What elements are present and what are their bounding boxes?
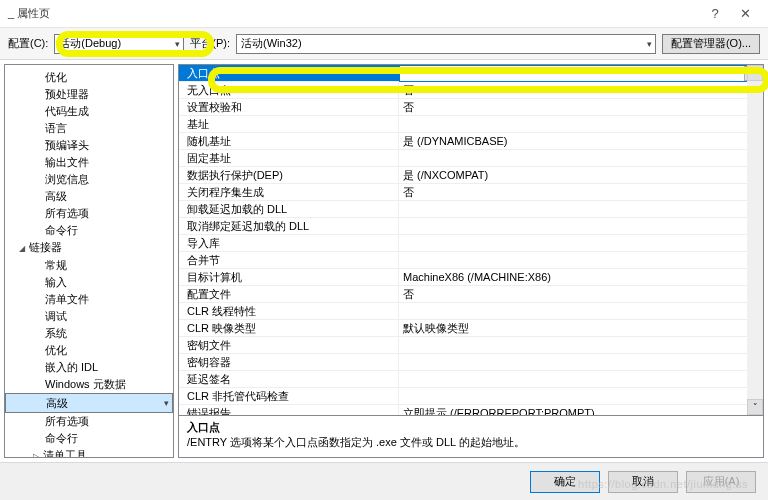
prop-value[interactable] — [399, 371, 763, 387]
scroll-down-icon[interactable]: ˅ — [747, 399, 763, 415]
property-row[interactable]: 关闭程序集生成否 — [179, 184, 763, 201]
prop-key: 入口点 — [179, 65, 399, 81]
prop-key: 目标计算机 — [179, 269, 399, 285]
prop-key: 合并节 — [179, 252, 399, 268]
property-row[interactable]: CLR 线程特性 — [179, 303, 763, 320]
tree-item[interactable]: 高级 — [5, 188, 173, 205]
prop-value[interactable]: MachineX86 (/MACHINE:X86) — [399, 269, 763, 285]
prop-value[interactable]: 否 — [399, 184, 763, 200]
property-page-window: _ 属性页 ? ✕ 配置(C): 活动(Debug) 平台(P): 活动(Win… — [0, 0, 768, 500]
close-button[interactable]: ✕ — [730, 6, 760, 21]
watermark: https://blog.csdn.net/jiuniang.ss — [578, 478, 748, 490]
property-row[interactable]: 固定基址 — [179, 150, 763, 167]
window-title: _ 属性页 — [8, 6, 700, 21]
desc-text: /ENTRY 选项将某个入口点函数指定为 .exe 文件或 DLL 的起始地址。 — [187, 436, 525, 448]
prop-value[interactable] — [399, 337, 763, 353]
tree-item[interactable]: 输出文件 — [5, 154, 173, 171]
tree-item[interactable]: 调试 — [5, 308, 173, 325]
tree-item[interactable]: 所有选项 — [5, 413, 173, 430]
prop-value[interactable]: 否 — [399, 99, 763, 115]
tree-item[interactable]: 浏览信息 — [5, 171, 173, 188]
tree-item[interactable]: 输入 — [5, 274, 173, 291]
prop-key: CLR 线程特性 — [179, 303, 399, 319]
prop-key: CLR 非托管代码检查 — [179, 388, 399, 404]
prop-key: 密钥容器 — [179, 354, 399, 370]
tree-item[interactable]: 系统 — [5, 325, 173, 342]
property-row[interactable]: CLR 非托管代码检查 — [179, 388, 763, 405]
prop-value[interactable] — [399, 150, 763, 166]
property-row[interactable]: 卸载延迟加载的 DLL — [179, 201, 763, 218]
property-row[interactable]: 合并节 — [179, 252, 763, 269]
platform-label: 平台(P): — [190, 36, 230, 51]
prop-value[interactable] — [399, 303, 763, 319]
property-row[interactable]: 配置文件否 — [179, 286, 763, 303]
help-button[interactable]: ? — [700, 6, 730, 21]
prop-key: 无入口点 — [179, 82, 399, 98]
tree-item[interactable]: 语言 — [5, 120, 173, 137]
prop-value[interactable]: 立即提示 (/ERRORREPORT:PROMPT) — [399, 405, 763, 416]
prop-key: 导入库 — [179, 235, 399, 251]
tree-item[interactable]: 优化 — [5, 342, 173, 359]
prop-value[interactable] — [399, 388, 763, 404]
platform-dropdown[interactable]: 活动(Win32) — [236, 34, 656, 54]
config-dropdown[interactable]: 活动(Debug) — [54, 34, 184, 54]
config-manager-button[interactable]: 配置管理器(O)... — [662, 34, 760, 54]
right-pane: 入口点无入口点否设置校验和否基址随机基址是 (/DYNAMICBASE)固定基址… — [178, 64, 764, 458]
prop-value[interactable] — [399, 65, 763, 82]
prop-value[interactable]: 是 (/NXCOMPAT) — [399, 167, 763, 183]
tree-item-manifest[interactable]: 清单工具 — [5, 447, 173, 458]
prop-value[interactable] — [399, 116, 763, 132]
property-row[interactable]: 入口点 — [179, 65, 763, 82]
tree-item[interactable]: 所有选项 — [5, 205, 173, 222]
prop-key: 配置文件 — [179, 286, 399, 302]
property-row[interactable]: 密钥文件 — [179, 337, 763, 354]
tree-item[interactable]: 命令行 — [5, 430, 173, 447]
config-label: 配置(C): — [8, 36, 48, 51]
prop-value[interactable]: 否 — [399, 82, 763, 98]
property-row[interactable]: 导入库 — [179, 235, 763, 252]
tree-item[interactable]: 预处理器 — [5, 86, 173, 103]
prop-value[interactable]: 默认映像类型 — [399, 320, 763, 336]
description-box: 入口点 /ENTRY 选项将某个入口点函数指定为 .exe 文件或 DLL 的起… — [178, 416, 764, 458]
scroll-up-icon[interactable]: ˄ — [747, 65, 763, 81]
property-row[interactable]: 错误报告立即提示 (/ERRORREPORT:PROMPT) — [179, 405, 763, 416]
property-row[interactable]: 取消绑定延迟加载的 DLL — [179, 218, 763, 235]
prop-value[interactable] — [399, 235, 763, 251]
prop-key: 固定基址 — [179, 150, 399, 166]
tree-item[interactable]: 代码生成 — [5, 103, 173, 120]
prop-key: 延迟签名 — [179, 371, 399, 387]
prop-value[interactable] — [399, 354, 763, 370]
tree-item[interactable]: 预编译头 — [5, 137, 173, 154]
tree-item[interactable]: Windows 元数据 — [5, 376, 173, 393]
property-row[interactable]: 数据执行保护(DEP)是 (/NXCOMPAT) — [179, 167, 763, 184]
property-grid[interactable]: 入口点无入口点否设置校验和否基址随机基址是 (/DYNAMICBASE)固定基址… — [178, 64, 764, 416]
property-row[interactable]: 无入口点否 — [179, 82, 763, 99]
tree-item[interactable]: 清单文件 — [5, 291, 173, 308]
scrollbar[interactable]: ˄ ˅ — [747, 65, 763, 415]
footer: https://blog.csdn.net/jiuniang.ss 确定 取消 … — [0, 462, 768, 500]
toolbar: 配置(C): 活动(Debug) 平台(P): 活动(Win32) 配置管理器(… — [0, 28, 768, 60]
prop-value[interactable] — [399, 201, 763, 217]
property-row[interactable]: 密钥容器 — [179, 354, 763, 371]
prop-value[interactable] — [399, 218, 763, 234]
prop-key: 设置校验和 — [179, 99, 399, 115]
prop-value[interactable]: 是 (/DYNAMICBASE) — [399, 133, 763, 149]
tree-item-advanced[interactable]: 高级 — [5, 393, 173, 413]
tree-item[interactable]: 嵌入的 IDL — [5, 359, 173, 376]
property-row[interactable]: 设置校验和否 — [179, 99, 763, 116]
tree-item[interactable]: 命令行 — [5, 222, 173, 239]
property-row[interactable]: 目标计算机MachineX86 (/MACHINE:X86) — [179, 269, 763, 286]
property-row[interactable]: 基址 — [179, 116, 763, 133]
tree-item[interactable]: 常规 — [5, 257, 173, 274]
nav-tree[interactable]: 优化 预处理器 代码生成 语言 预编译头 输出文件 浏览信息 高级 所有选项 命… — [4, 64, 174, 458]
property-row[interactable]: 延迟签名 — [179, 371, 763, 388]
body: 优化 预处理器 代码生成 语言 预编译头 输出文件 浏览信息 高级 所有选项 命… — [0, 60, 768, 462]
property-row[interactable]: 随机基址是 (/DYNAMICBASE) — [179, 133, 763, 150]
tree-item-linker[interactable]: 链接器 — [5, 239, 173, 257]
prop-value[interactable]: 否 — [399, 286, 763, 302]
tree-item[interactable]: 优化 — [5, 69, 173, 86]
prop-value[interactable] — [399, 252, 763, 268]
prop-key: 基址 — [179, 116, 399, 132]
titlebar: _ 属性页 ? ✕ — [0, 0, 768, 28]
property-row[interactable]: CLR 映像类型默认映像类型 — [179, 320, 763, 337]
